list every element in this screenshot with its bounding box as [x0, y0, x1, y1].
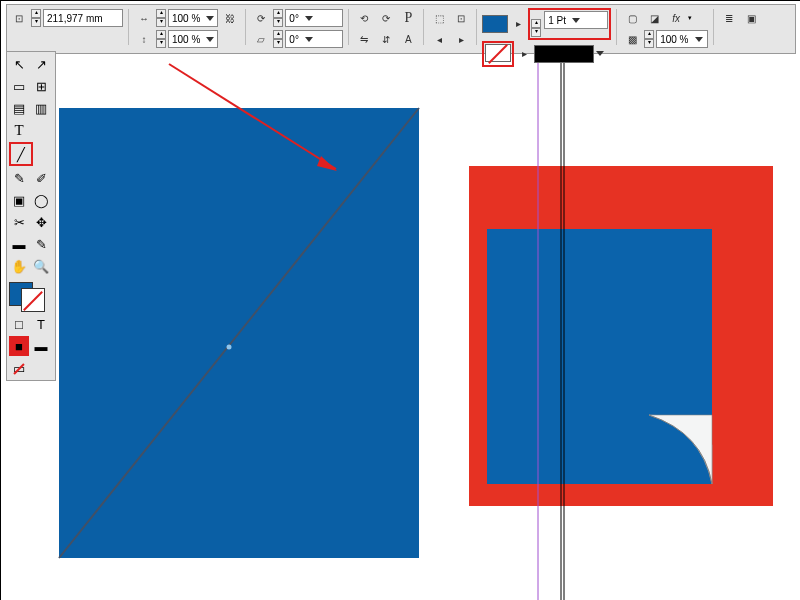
apply-color-icon[interactable]: ■ [9, 336, 29, 356]
shear-icon[interactable]: ▱ [251, 29, 271, 49]
stroke-swatch-none[interactable] [485, 44, 511, 62]
pencil-tool[interactable]: ✐ [31, 168, 51, 188]
stroke-menu-arrow[interactable]: ▸ [516, 46, 532, 62]
select-next-icon[interactable]: ▸ [451, 29, 471, 49]
hand-tool[interactable]: ✋ [9, 256, 29, 276]
shear-field[interactable]: 0° [285, 30, 343, 48]
shear-spinner[interactable]: ▴▾ [273, 30, 283, 48]
x-spinner[interactable]: ▴▾ [31, 9, 41, 27]
opacity-spinner[interactable]: ▴▾ [644, 30, 654, 48]
scale-x-icon[interactable]: ↔ [134, 8, 154, 28]
scale-x-field[interactable]: 100 % [168, 9, 218, 27]
selection-tool[interactable]: ↖ [9, 54, 29, 74]
select-content-icon[interactable]: ⊡ [451, 8, 471, 28]
line-tool[interactable]: ╱ [9, 142, 33, 166]
fx-none-icon[interactable]: ▢ [622, 8, 642, 28]
rotate-spinner[interactable]: ▴▾ [273, 9, 283, 27]
gaps-tool[interactable]: ▥ [31, 98, 51, 118]
scale-x-spinner[interactable]: ▴▾ [156, 9, 166, 27]
paragraph-icon[interactable]: P [398, 8, 418, 28]
stroke-style-swatch[interactable] [534, 45, 594, 63]
x-field[interactable]: 211,977 mm [43, 9, 123, 27]
fx-menu-icon[interactable]: fx [666, 8, 686, 28]
app-window: ⊡ ▴▾ 211,977 mm ↔ ▴▾ 100 % ⛓ ↕ ▴▾ 100 % … [0, 0, 800, 600]
gap-tool[interactable]: ⊞ [31, 76, 51, 96]
stroke-none-highlight [482, 41, 514, 67]
rotate-icon[interactable]: ⟳ [251, 8, 271, 28]
eyedropper-tool[interactable]: ✎ [31, 234, 51, 254]
fill-swatch[interactable] [482, 15, 508, 33]
pages-tool[interactable]: ▤ [9, 98, 29, 118]
ref-point-icon[interactable]: ⊡ [9, 8, 29, 28]
text-wrap-icon[interactable]: ≣ [719, 8, 739, 28]
rotate-ccw-icon[interactable]: ⟲ [354, 8, 374, 28]
tools-panel: ↖ ↗ ▭ ⊞ ▤ ▥ T ╱ ✎ ✐ ▣ ◯ ✂ ✥ ▬ ✎ ✋ 🔍 □ T … [6, 51, 56, 381]
opacity-icon[interactable]: ▩ [622, 29, 642, 49]
shape-rect-blue-inner[interactable] [487, 229, 712, 484]
apply-none-icon[interactable]: ▭ [9, 358, 29, 378]
zoom-tool[interactable]: 🔍 [31, 256, 51, 276]
control-panel: ⊡ ▴▾ 211,977 mm ↔ ▴▾ 100 % ⛓ ↕ ▴▾ 100 % … [6, 4, 796, 54]
constrain-scale-icon[interactable]: ⛓ [220, 8, 240, 28]
opacity-field[interactable]: 100 % [656, 30, 708, 48]
apply-gradient-icon[interactable]: ▬ [31, 336, 51, 356]
stroke-weight-spinner[interactable]: ▴▾ [531, 19, 541, 37]
stroke-weight-field[interactable]: 1 Pt [544, 11, 608, 29]
char-icon[interactable]: A [398, 29, 418, 49]
gradient-tool[interactable]: ▬ [9, 234, 29, 254]
scissors-tool[interactable]: ✂ [9, 212, 29, 232]
line-midpoint-handle[interactable] [227, 345, 232, 350]
fill-menu-arrow[interactable]: ▸ [510, 16, 526, 32]
format-container-icon[interactable]: □ [9, 314, 29, 334]
rotate-cw-icon[interactable]: ⟳ [376, 8, 396, 28]
fill-stroke-swatch[interactable] [9, 282, 45, 312]
scale-y-spinner[interactable]: ▴▾ [156, 30, 166, 48]
stroke-weight-highlight: ▴▾ 1 Pt [528, 8, 611, 40]
flip-h-icon[interactable]: ⇋ [354, 29, 374, 49]
fx-dropshadow-icon[interactable]: ◪ [644, 8, 664, 28]
type-tool[interactable]: T [9, 120, 29, 140]
canvas-area[interactable] [1, 1, 800, 600]
select-prev-icon[interactable]: ◂ [429, 29, 449, 49]
rectangle-frame-tool[interactable]: ▣ [9, 190, 29, 210]
direct-selection-tool[interactable]: ↗ [31, 54, 51, 74]
stroke-color-swatch[interactable] [21, 288, 45, 312]
select-container-icon[interactable]: ⬚ [429, 8, 449, 28]
format-text-icon[interactable]: T [31, 314, 51, 334]
pen-tool[interactable]: ✎ [9, 168, 29, 188]
corner-options-icon[interactable]: ▣ [741, 8, 761, 28]
ellipse-tool[interactable]: ◯ [31, 190, 51, 210]
flip-v-icon[interactable]: ⇵ [376, 29, 396, 49]
page-tool[interactable]: ▭ [9, 76, 29, 96]
scale-y-field[interactable]: 100 % [168, 30, 218, 48]
stroke-style-arrow[interactable] [596, 51, 604, 56]
scale-y-icon[interactable]: ↕ [134, 29, 154, 49]
free-transform-tool[interactable]: ✥ [31, 212, 51, 232]
canvas-svg [1, 1, 800, 600]
rotate-field[interactable]: 0° [285, 9, 343, 27]
